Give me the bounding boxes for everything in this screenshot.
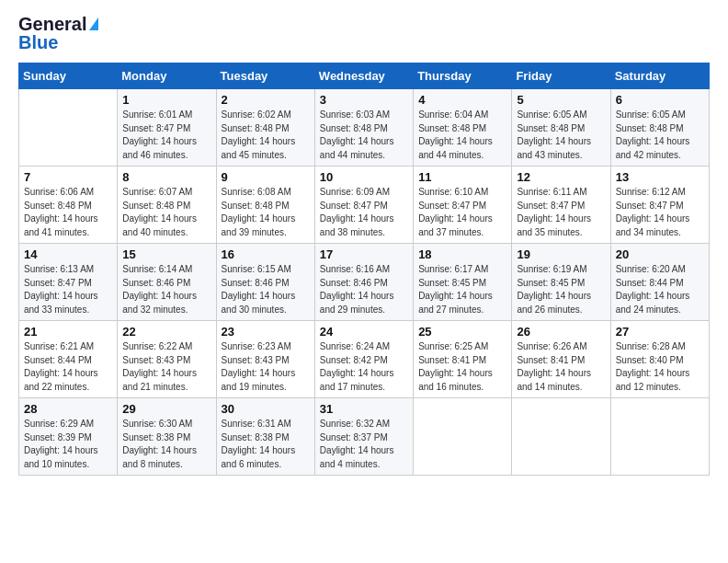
day-cell: 8Sunrise: 6:07 AM Sunset: 8:48 PM Daylig… [118,167,216,244]
day-number: 5 [517,93,605,107]
day-info: Sunrise: 6:12 AM Sunset: 8:47 PM Dayligh… [616,186,704,239]
col-header-sunday: Sunday [19,63,118,89]
day-info: Sunrise: 6:05 AM Sunset: 8:48 PM Dayligh… [616,109,704,162]
day-number: 2 [222,93,310,107]
col-header-wednesday: Wednesday [314,63,413,89]
day-info: Sunrise: 6:06 AM Sunset: 8:48 PM Dayligh… [24,186,112,239]
day-number: 23 [222,325,310,339]
day-cell: 13Sunrise: 6:12 AM Sunset: 8:47 PM Dayli… [610,167,709,244]
day-cell: 28Sunrise: 6:29 AM Sunset: 8:39 PM Dayli… [19,398,118,476]
day-number: 16 [222,247,310,261]
day-number: 12 [517,170,605,184]
day-cell: 7Sunrise: 6:06 AM Sunset: 8:48 PM Daylig… [19,167,118,244]
day-cell: 19Sunrise: 6:19 AM Sunset: 8:45 PM Dayli… [512,244,610,321]
week-row-5: 28Sunrise: 6:29 AM Sunset: 8:39 PM Dayli… [19,398,710,476]
day-info: Sunrise: 6:11 AM Sunset: 8:47 PM Dayligh… [517,186,605,239]
day-cell: 11Sunrise: 6:10 AM Sunset: 8:47 PM Dayli… [414,167,512,244]
day-number: 21 [24,325,112,339]
day-info: Sunrise: 6:03 AM Sunset: 8:48 PM Dayligh… [320,109,408,162]
day-cell: 29Sunrise: 6:30 AM Sunset: 8:38 PM Dayli… [118,398,216,476]
day-number: 29 [122,402,210,416]
day-info: Sunrise: 6:22 AM Sunset: 8:43 PM Dayligh… [122,340,210,394]
day-cell: 18Sunrise: 6:17 AM Sunset: 8:45 PM Dayli… [414,244,512,321]
day-cell [512,398,610,476]
col-header-thursday: Thursday [414,63,512,89]
day-cell: 14Sunrise: 6:13 AM Sunset: 8:47 PM Dayli… [19,244,118,321]
col-header-saturday: Saturday [610,63,709,89]
day-info: Sunrise: 6:04 AM Sunset: 8:48 PM Dayligh… [418,109,506,162]
day-number: 31 [320,402,408,416]
day-number: 9 [222,170,310,184]
day-number: 13 [616,170,704,184]
day-cell: 24Sunrise: 6:24 AM Sunset: 8:42 PM Dayli… [314,321,413,398]
day-info: Sunrise: 6:02 AM Sunset: 8:48 PM Dayligh… [222,109,310,162]
day-cell: 30Sunrise: 6:31 AM Sunset: 8:38 PM Dayli… [216,398,314,476]
day-cell: 16Sunrise: 6:15 AM Sunset: 8:46 PM Dayli… [216,244,314,321]
day-number: 28 [24,402,112,416]
col-header-monday: Monday [118,63,216,89]
day-number: 22 [122,325,210,339]
day-cell [610,398,709,476]
day-number: 3 [320,93,408,107]
col-header-friday: Friday [512,63,610,89]
day-cell [414,398,512,476]
day-info: Sunrise: 6:23 AM Sunset: 8:43 PM Dayligh… [222,340,310,394]
day-cell [19,89,118,167]
day-cell: 26Sunrise: 6:26 AM Sunset: 8:41 PM Dayli… [512,321,610,398]
header-row: SundayMondayTuesdayWednesdayThursdayFrid… [19,63,710,89]
day-info: Sunrise: 6:31 AM Sunset: 8:38 PM Dayligh… [222,418,310,471]
day-info: Sunrise: 6:15 AM Sunset: 8:46 PM Dayligh… [222,263,310,316]
week-row-1: 1Sunrise: 6:01 AM Sunset: 8:47 PM Daylig… [19,89,710,167]
day-info: Sunrise: 6:16 AM Sunset: 8:46 PM Dayligh… [320,263,408,316]
day-cell: 23Sunrise: 6:23 AM Sunset: 8:43 PM Dayli… [216,321,314,398]
header: General Blue [18,15,710,52]
logo: General Blue [18,15,98,52]
day-number: 19 [517,247,605,261]
day-cell: 25Sunrise: 6:25 AM Sunset: 8:41 PM Dayli… [414,321,512,398]
week-row-4: 21Sunrise: 6:21 AM Sunset: 8:44 PM Dayli… [19,321,710,398]
col-header-tuesday: Tuesday [216,63,314,89]
day-info: Sunrise: 6:08 AM Sunset: 8:48 PM Dayligh… [222,186,310,239]
week-row-3: 14Sunrise: 6:13 AM Sunset: 8:47 PM Dayli… [19,244,710,321]
day-cell: 21Sunrise: 6:21 AM Sunset: 8:44 PM Dayli… [19,321,118,398]
day-number: 10 [320,170,408,184]
day-info: Sunrise: 6:14 AM Sunset: 8:46 PM Dayligh… [122,263,210,316]
page: General Blue SundayMondayTuesdayWednesda… [0,0,728,487]
day-cell: 1Sunrise: 6:01 AM Sunset: 8:47 PM Daylig… [118,89,216,167]
day-number: 4 [418,93,506,107]
day-cell: 6Sunrise: 6:05 AM Sunset: 8:48 PM Daylig… [610,89,709,167]
day-number: 6 [616,93,704,107]
day-info: Sunrise: 6:19 AM Sunset: 8:45 PM Dayligh… [517,263,605,316]
day-number: 20 [616,247,704,261]
day-number: 8 [122,170,210,184]
day-info: Sunrise: 6:10 AM Sunset: 8:47 PM Dayligh… [418,186,506,239]
day-number: 7 [24,170,112,184]
day-cell: 5Sunrise: 6:05 AM Sunset: 8:48 PM Daylig… [512,89,610,167]
day-cell: 31Sunrise: 6:32 AM Sunset: 8:37 PM Dayli… [314,398,413,476]
day-info: Sunrise: 6:09 AM Sunset: 8:47 PM Dayligh… [320,186,408,239]
day-number: 27 [616,325,704,339]
day-cell: 15Sunrise: 6:14 AM Sunset: 8:46 PM Dayli… [118,244,216,321]
day-number: 18 [418,247,506,261]
day-info: Sunrise: 6:20 AM Sunset: 8:44 PM Dayligh… [616,263,704,316]
day-number: 24 [320,325,408,339]
day-info: Sunrise: 6:13 AM Sunset: 8:47 PM Dayligh… [24,263,112,316]
day-number: 17 [320,247,408,261]
day-cell: 27Sunrise: 6:28 AM Sunset: 8:40 PM Dayli… [610,321,709,398]
day-number: 25 [418,325,506,339]
day-number: 15 [122,247,210,261]
day-number: 26 [517,325,605,339]
day-info: Sunrise: 6:24 AM Sunset: 8:42 PM Dayligh… [320,340,408,394]
day-cell: 3Sunrise: 6:03 AM Sunset: 8:48 PM Daylig… [314,89,413,167]
day-info: Sunrise: 6:17 AM Sunset: 8:45 PM Dayligh… [418,263,506,316]
day-cell: 10Sunrise: 6:09 AM Sunset: 8:47 PM Dayli… [314,167,413,244]
calendar-table: SundayMondayTuesdayWednesdayThursdayFrid… [18,63,710,476]
day-info: Sunrise: 6:21 AM Sunset: 8:44 PM Dayligh… [24,340,112,394]
day-cell: 22Sunrise: 6:22 AM Sunset: 8:43 PM Dayli… [118,321,216,398]
day-info: Sunrise: 6:32 AM Sunset: 8:37 PM Dayligh… [320,418,408,471]
day-info: Sunrise: 6:07 AM Sunset: 8:48 PM Dayligh… [122,186,210,239]
day-info: Sunrise: 6:05 AM Sunset: 8:48 PM Dayligh… [517,109,605,162]
day-info: Sunrise: 6:29 AM Sunset: 8:39 PM Dayligh… [24,418,112,471]
day-info: Sunrise: 6:30 AM Sunset: 8:38 PM Dayligh… [122,418,210,471]
day-number: 11 [418,170,506,184]
